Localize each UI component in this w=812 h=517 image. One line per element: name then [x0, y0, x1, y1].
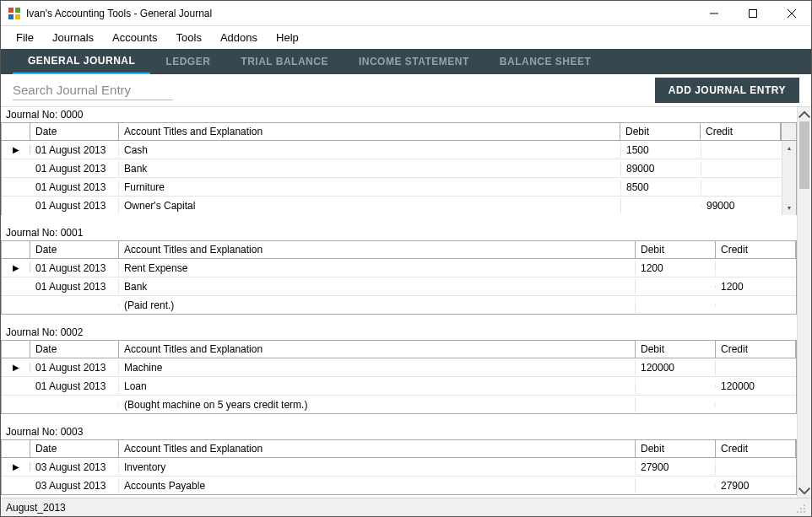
cell-debit[interactable] [621, 204, 701, 207]
minimize-button[interactable] [695, 1, 734, 25]
tab-trial-balance[interactable]: TRIAL BALANCE [225, 49, 344, 74]
cell-debit[interactable]: 8500 [621, 180, 701, 195]
table-row[interactable]: 01 August 2013Bank89000 [2, 159, 782, 178]
cell-account[interactable]: Rent Expense [119, 261, 636, 276]
cell-date[interactable]: 03 August 2013 [30, 460, 119, 475]
cell-debit[interactable] [636, 484, 716, 487]
scroll-thumb[interactable] [799, 121, 809, 189]
add-journal-entry-button[interactable]: ADD JOURNAL ENTRY [655, 78, 799, 103]
col-account[interactable]: Account Titles and Explanation [119, 341, 636, 358]
cell-debit[interactable]: 27900 [636, 460, 716, 475]
cell-date[interactable]: 01 August 2013 [30, 379, 119, 394]
cell-credit[interactable] [701, 148, 782, 152]
col-credit[interactable]: Credit [716, 241, 796, 258]
cell-account[interactable]: Furniture [119, 180, 621, 195]
scroll-track[interactable] [798, 121, 811, 483]
menu-item-help[interactable]: Help [268, 29, 307, 46]
cell-account[interactable]: Loan [119, 379, 636, 394]
tab-income-statement[interactable]: INCOME STATEMENT [344, 49, 484, 74]
cell-credit[interactable] [701, 167, 782, 170]
menu-item-addons[interactable]: Addons [212, 29, 266, 46]
search-input[interactable] [13, 80, 173, 100]
cell-account[interactable]: Bank [119, 279, 636, 294]
cell-account[interactable]: (Bought machine on 5 years credit term.) [119, 397, 636, 412]
cell-credit[interactable]: 99000 [701, 198, 782, 213]
cell-date[interactable]: 01 August 2013 [30, 261, 119, 276]
close-button[interactable] [772, 1, 811, 25]
cell-date[interactable]: 01 August 2013 [30, 360, 119, 375]
cell-debit[interactable]: 1200 [636, 261, 716, 276]
cell-date[interactable]: 03 August 2013 [30, 478, 119, 493]
table-row[interactable]: ▶03 August 2013Inventory27900 [2, 458, 796, 477]
table-row[interactable]: 01 August 2013Owner's Capital99000 [2, 197, 782, 215]
menu-item-tools[interactable]: Tools [168, 29, 210, 46]
col-date[interactable]: Date [30, 241, 119, 258]
table-row[interactable]: 01 August 2013Furniture8500 [2, 178, 782, 197]
cell-credit[interactable]: 120000 [716, 379, 796, 394]
tab-general-journal[interactable]: GENERAL JOURNAL [13, 49, 150, 74]
menu-item-journals[interactable]: Journals [44, 29, 102, 46]
col-debit[interactable]: Debit [636, 241, 716, 258]
tab-ledger[interactable]: LEDGER [150, 49, 225, 74]
cell-account[interactable]: Bank [119, 161, 621, 176]
cell-date[interactable]: 01 August 2013 [30, 143, 119, 158]
cell-credit[interactable] [716, 267, 796, 270]
cell-credit[interactable] [716, 403, 796, 407]
vertical-scrollbar[interactable] [797, 107, 811, 498]
table-row[interactable]: ▶01 August 2013Machine120000 [2, 358, 796, 377]
scroll-up-arrow-icon[interactable]: ▴ [782, 141, 796, 155]
table-row[interactable]: 03 August 2013Accounts Payable27900 [2, 477, 796, 495]
table-row[interactable]: ▶01 August 2013Rent Expense1200 [2, 259, 796, 277]
cell-credit[interactable]: 27900 [716, 478, 796, 493]
col-credit[interactable]: Credit [716, 341, 796, 358]
col-account[interactable]: Account Titles and Explanation [119, 123, 620, 140]
cell-date[interactable] [30, 304, 119, 307]
cell-debit[interactable]: 1500 [621, 143, 701, 158]
col-date[interactable]: Date [30, 341, 119, 358]
cell-credit[interactable]: 1200 [716, 279, 796, 294]
cell-account[interactable]: Inventory [119, 460, 636, 475]
cell-date[interactable]: 01 August 2013 [30, 161, 119, 176]
col-date[interactable]: Date [30, 440, 119, 457]
cell-credit[interactable] [716, 304, 796, 307]
cell-date[interactable]: 01 August 2013 [30, 198, 119, 213]
cell-credit[interactable] [716, 366, 796, 369]
cell-account[interactable]: Machine [119, 360, 636, 375]
cell-debit[interactable] [636, 403, 716, 407]
table-row[interactable]: 01 August 2013Bank1200 [2, 277, 796, 296]
col-debit[interactable]: Debit [620, 123, 701, 140]
table-row[interactable]: (Bought machine on 5 years credit term.) [2, 396, 796, 414]
col-account[interactable]: Account Titles and Explanation [119, 440, 636, 457]
scroll-down-arrow-icon[interactable] [798, 483, 811, 498]
col-debit[interactable]: Debit [636, 440, 716, 457]
cell-debit[interactable]: 120000 [636, 360, 716, 375]
cell-credit[interactable] [716, 466, 796, 469]
cell-account[interactable]: Accounts Payable [119, 478, 636, 493]
col-credit[interactable]: Credit [716, 440, 796, 457]
cell-date[interactable]: 01 August 2013 [30, 279, 119, 294]
grid-inner-scrollbar[interactable]: ▴▾ [782, 141, 796, 215]
col-credit[interactable]: Credit [701, 123, 781, 140]
cell-date[interactable] [30, 403, 119, 407]
scroll-down-arrow-icon[interactable]: ▾ [782, 201, 796, 215]
table-row[interactable]: 01 August 2013Loan120000 [2, 377, 796, 396]
cell-account[interactable]: Cash [119, 143, 621, 158]
col-date[interactable]: Date [30, 123, 119, 140]
col-debit[interactable]: Debit [636, 341, 716, 358]
menu-item-file[interactable]: File [8, 29, 42, 46]
cell-debit[interactable] [636, 385, 716, 388]
maximize-button[interactable] [734, 1, 772, 25]
cell-debit[interactable]: 89000 [621, 161, 701, 176]
tab-balance-sheet[interactable]: BALANCE SHEET [484, 49, 607, 74]
cell-date[interactable]: 01 August 2013 [30, 180, 119, 195]
resize-grip-icon[interactable] [794, 502, 806, 514]
cell-debit[interactable] [636, 304, 716, 307]
cell-account[interactable]: (Paid rent.) [119, 298, 636, 313]
scroll-up-arrow-icon[interactable] [798, 107, 811, 121]
menu-item-accounts[interactable]: Accounts [104, 29, 165, 46]
table-row[interactable]: (Paid rent.) [2, 296, 796, 315]
cell-credit[interactable] [701, 186, 782, 189]
col-account[interactable]: Account Titles and Explanation [119, 241, 636, 258]
cell-account[interactable]: Owner's Capital [119, 198, 621, 213]
table-row[interactable]: ▶01 August 2013Cash1500 [2, 141, 782, 159]
